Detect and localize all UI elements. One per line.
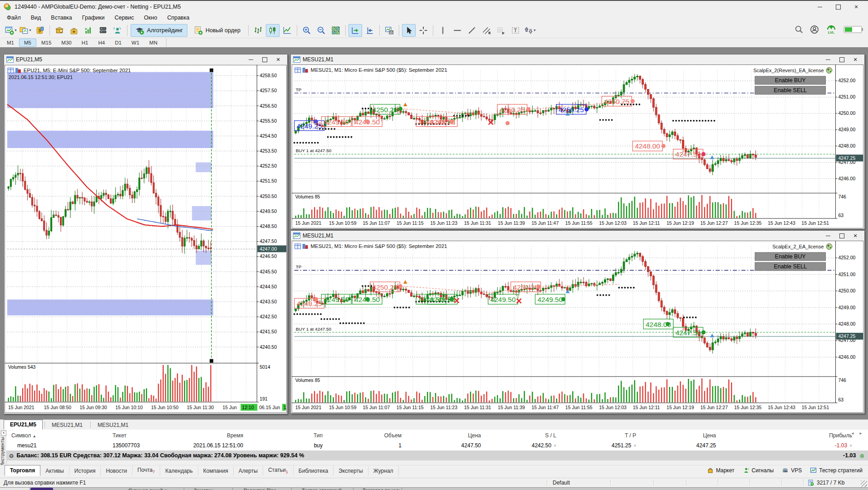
timeframe-M30[interactable]: M30 [56, 39, 76, 47]
table-cell-5[interactable]: 4247.50 [461, 442, 481, 449]
table-scroll-right-icon[interactable]: ► [859, 431, 863, 436]
fibo-tool-button[interactable]: F [494, 24, 508, 37]
maximize-icon[interactable] [835, 232, 848, 240]
table-cell-1[interactable]: 135007703 [113, 442, 140, 449]
enable-sell-button[interactable]: Enable SELL [755, 86, 826, 94]
remove-icon[interactable]: × [554, 443, 556, 448]
table-cell-3[interactable]: buy [314, 442, 323, 449]
shift-tool-button[interactable] [363, 24, 377, 37]
bottom-tab-8[interactable]: Статьи1 [263, 465, 294, 476]
cursor-tool-button[interactable] [402, 24, 416, 37]
menu-item-3[interactable]: Графики [77, 13, 110, 22]
crosshair-tool-button[interactable] [417, 24, 430, 37]
table-header-2[interactable]: Время [227, 432, 243, 439]
bottom-tab-4[interactable]: Почта7 [132, 465, 160, 476]
maximize-icon[interactable] [258, 55, 271, 64]
remove-icon[interactable]: × [633, 443, 636, 448]
autoscroll-tool-button[interactable] [348, 24, 362, 37]
dock-button-1[interactable]: Сигналы [743, 467, 774, 474]
enable-sell-button[interactable]: Enable SELL [755, 262, 826, 271]
timeframe-D1[interactable]: D1 [110, 39, 127, 47]
resize-grip[interactable] [861, 480, 867, 487]
maximize-button[interactable] [829, 2, 847, 11]
table-cell-4[interactable]: 1 [398, 442, 402, 449]
tile-tool-button[interactable] [329, 24, 343, 37]
table-header-0[interactable]: Символ ▲ [11, 432, 36, 439]
remove-icon[interactable]: × [849, 443, 852, 448]
vline-tool-button[interactable] [436, 24, 450, 37]
timeframe-M5[interactable]: M5 [19, 39, 36, 47]
collapse-icon[interactable]: ⊖ [9, 452, 14, 459]
chart-tab-1[interactable]: MESU21,M1 [46, 421, 88, 430]
linechart-tool-button[interactable] [280, 24, 294, 37]
dock-button-2[interactable]: VPS [782, 467, 802, 474]
timeframe-M15[interactable]: M15 [36, 39, 56, 47]
history-tool-button[interactable] [53, 24, 66, 37]
table-header-3[interactable]: Тип [314, 432, 323, 439]
market-tool-button[interactable] [67, 24, 81, 37]
chart-canvas-mesu21-m1-bottom[interactable]: TPBUY 1 at 4247.504249.254249.504249.504… [291, 241, 864, 413]
bottom-tab-7[interactable]: Алерты [234, 466, 263, 476]
bottom-tab-0[interactable]: Торговля [5, 465, 40, 476]
table-cell-2[interactable]: 2021.06.15 12:51:00 [193, 442, 243, 449]
table-header-4[interactable]: Объем [384, 432, 402, 439]
candles-tool-button[interactable] [266, 24, 280, 37]
bottom-tab-3[interactable]: Новости [101, 466, 132, 476]
profiles-tool-button[interactable]: ▾ [19, 24, 32, 37]
table-header-8[interactable]: Цена [703, 432, 716, 439]
chart-canvas-mesu21-m1-top[interactable]: TPBUY 1 at 4247.504249.254249.504249.504… [291, 64, 864, 228]
symbols-tool-button[interactable]: $ [33, 24, 47, 37]
close-icon[interactable]: ✕ [271, 55, 285, 64]
zoom-out-tool-button[interactable] [314, 24, 328, 37]
table-cell-9[interactable]: -1.03× [835, 442, 852, 449]
channel-tool-button[interactable]: E [480, 24, 493, 37]
connection-battery-indicator[interactable] [843, 25, 863, 36]
shapes-tool-button[interactable]: ▾ [523, 24, 537, 37]
search-icon[interactable] [794, 25, 804, 36]
timeframe-H4[interactable]: H4 [93, 39, 110, 47]
menu-item-5[interactable]: Окно [139, 13, 162, 22]
minimize-icon[interactable] [821, 55, 835, 64]
chart-canvas-epu21-m5[interactable]: 4258.504257.504256.504255.504254.504253.… [5, 64, 287, 413]
bottom-tab-2[interactable]: История [69, 466, 101, 476]
table-cell-0[interactable]: mesu21 [17, 442, 37, 449]
bottom-tab-9[interactable]: Библиотека [294, 466, 333, 476]
menu-item-4[interactable]: Сервис [110, 13, 139, 22]
timeframe-M1[interactable]: M1 [2, 39, 19, 47]
text-tool-button[interactable]: T [509, 24, 522, 37]
close-icon[interactable]: ✕ [848, 55, 862, 64]
menu-item-2[interactable]: Вставка [46, 13, 77, 22]
table-header-6[interactable]: S / L [545, 432, 556, 439]
menu-item-6[interactable]: Справка [162, 13, 194, 22]
close-button[interactable]: ✕ [847, 2, 865, 11]
bottom-tab-11[interactable]: Журнал [368, 466, 399, 476]
chart-window-titlebar[interactable]: EPU21,M5 ✕ [4, 54, 287, 64]
new-order-button[interactable]: Новый ордер [189, 24, 245, 37]
algo-trading-button[interactable]: Алготрейдинг [131, 24, 187, 37]
table-header-1[interactable]: Тикет [113, 432, 127, 439]
timeframe-W1[interactable]: W1 [127, 39, 144, 47]
chart-tab-0[interactable]: EPU21,M5 [4, 420, 43, 430]
toolbox-close-icon[interactable]: x [1, 431, 6, 436]
dock-button-0[interactable]: Маркет [707, 467, 735, 474]
vps-tool-button[interactable] [96, 24, 110, 37]
menu-item-1[interactable]: Вид [26, 13, 46, 22]
minimize-icon[interactable] [821, 232, 835, 240]
maximize-icon[interactable] [835, 55, 848, 64]
status-profile[interactable]: Default [553, 480, 570, 486]
account-icon[interactable] [810, 25, 819, 36]
enable-buy-button[interactable]: Enable BUY [755, 76, 826, 84]
news-tool-button[interactable] [111, 24, 124, 37]
table-cell-8[interactable]: 4247.25 [696, 442, 716, 449]
new-chart-tool-button[interactable]: ▾ [4, 24, 18, 37]
menu-item-0[interactable]: Файл [2, 13, 26, 22]
table-cell-7[interactable]: 4251.25× [612, 442, 636, 449]
chart-window-mesu21-top[interactable]: MESU21,M1 ✕ TPBUY 1 at 4247.504249.25424… [290, 54, 865, 229]
bottom-tab-5[interactable]: Календарь [160, 466, 198, 476]
dock-button-3[interactable]: Тестер стратегий [810, 467, 863, 474]
minimize-button[interactable] [811, 2, 829, 11]
timeframe-H1[interactable]: H1 [77, 39, 93, 47]
close-icon[interactable]: ✕ [848, 232, 862, 240]
hline-tool-button[interactable] [451, 24, 464, 37]
table-header-9[interactable]: Прибыль [829, 432, 852, 439]
